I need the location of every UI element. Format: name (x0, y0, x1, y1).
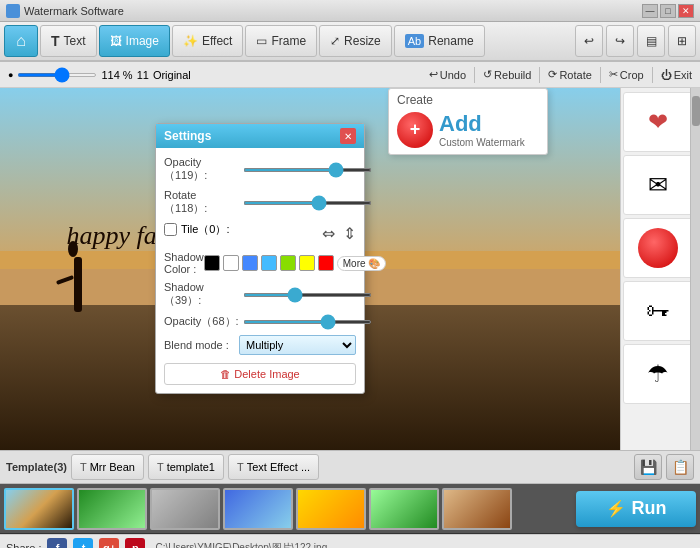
undo-icon: ↩ (429, 68, 438, 81)
filepath-label: C:\Users\YMIGE\Desktop\图片\122.jpg (155, 541, 327, 549)
run-label: Run (632, 498, 667, 519)
home-icon: ⌂ (16, 32, 26, 50)
rotate-label: Rotate（118）: (164, 189, 239, 216)
opacity-label: Opacity（119）: (164, 156, 239, 183)
panel-scrollbar[interactable] (690, 88, 700, 450)
canvas-area[interactable]: happy father's day ❤ Create (0, 88, 620, 450)
tile-label: Tile（0）: (181, 222, 230, 237)
exit-button[interactable]: ⏻ Exit (661, 67, 692, 83)
redo-arrow-button[interactable]: ↪ (606, 25, 634, 57)
image-button[interactable]: 🖼 Image (99, 25, 170, 57)
save-button[interactable]: 💾 (634, 454, 662, 480)
exit-icon: ⏻ (661, 69, 672, 81)
thumbnail-3[interactable] (150, 488, 220, 530)
shadow-color-row: Shadow Color : More 🎨 (164, 251, 356, 275)
toolbar: ⌂ T Text 🖼 Image ✨ Effect ▭ Frame ⤢ Resi… (0, 22, 700, 62)
settings-close-button[interactable]: ✕ (340, 128, 356, 144)
effect-icon: ✨ (183, 34, 198, 48)
googleplus-button[interactable]: g+ (99, 538, 119, 549)
window-controls: — □ ✕ (642, 4, 694, 18)
thumbnail-2[interactable] (77, 488, 147, 530)
resize-icon: ⤢ (330, 34, 340, 48)
export-button[interactable]: 📋 (666, 454, 694, 480)
minimize-button[interactable]: — (642, 4, 658, 18)
undo-button[interactable]: ↩ Undo (429, 67, 466, 83)
rename-button[interactable]: Ab Rename (394, 25, 485, 57)
text-button[interactable]: T Text (40, 25, 97, 57)
template-mrrbean-label: Mrr Bean (90, 461, 135, 473)
thumbnail-7[interactable] (442, 488, 512, 530)
thumbnail-1[interactable] (4, 488, 74, 530)
rotate-button[interactable]: ⟳ Rotate (548, 67, 591, 83)
frame-button[interactable]: ▭ Frame (245, 25, 317, 57)
effect-button[interactable]: ✨ Effect (172, 25, 243, 57)
envelope-icon: ✉ (648, 171, 668, 199)
extra-button1[interactable]: ▤ (637, 25, 665, 57)
settings-body: Opacity（119）: Rotate（118）: Tile（0）: ⇔ ⇕ (156, 148, 364, 393)
close-button[interactable]: ✕ (678, 4, 694, 18)
thumbnail-5[interactable] (296, 488, 366, 530)
tile-row: Tile（0）: ⇔ ⇕ (164, 222, 356, 245)
crop-button[interactable]: ✂ Crop (609, 67, 644, 83)
template-tab-template1[interactable]: T template1 (148, 454, 224, 480)
separator4 (652, 67, 653, 83)
more-colors-button[interactable]: More 🎨 (337, 256, 386, 271)
more-label: More (343, 258, 366, 269)
zoom-slider[interactable] (17, 73, 97, 77)
swatch-white[interactable] (223, 255, 239, 271)
rebuild-icon: ↺ (483, 68, 492, 81)
rotate-slider[interactable] (243, 201, 372, 205)
pinterest-button[interactable]: p (125, 538, 145, 549)
umbrella-icon: ☂ (647, 360, 669, 388)
thumbnail-6[interactable] (369, 488, 439, 530)
swatch-black[interactable] (204, 255, 220, 271)
opacity-slider[interactable] (243, 168, 372, 172)
swatch-green[interactable] (280, 255, 296, 271)
undo-arrow-button[interactable]: ↩ (575, 25, 603, 57)
extra-button2[interactable]: ⊞ (668, 25, 696, 57)
move-up-down-icon[interactable]: ⇕ (343, 224, 356, 243)
rebuild-button[interactable]: ↺ Rebuild (483, 67, 531, 83)
blend-select[interactable]: Multiply Normal Screen (239, 335, 356, 355)
blend-row: Blend mode : Multiply Normal Screen (164, 335, 356, 355)
create-title: Create (397, 93, 539, 107)
maximize-button[interactable]: □ (660, 4, 676, 18)
settings-dialog: Settings ✕ Opacity（119）: Rotate（118）: Ti… (155, 123, 365, 394)
template-tab-mrrbean[interactable]: T Mrr Bean (71, 454, 144, 480)
template-texteffect-label: Text Effect ... (247, 461, 310, 473)
swatch-cyan[interactable] (261, 255, 277, 271)
swatch-blue[interactable] (242, 255, 258, 271)
swatch-yellow[interactable] (299, 255, 315, 271)
run-button[interactable]: ⚡ Run (576, 491, 696, 527)
app-title: Watermark Software (24, 5, 124, 17)
opacity2-slider[interactable] (243, 320, 372, 324)
thumbnail-4[interactable] (223, 488, 293, 530)
tile-check: Tile（0）: (164, 222, 230, 237)
template-tab-texteffect[interactable]: T Text Effect ... (228, 454, 319, 480)
move-left-right-icon[interactable]: ⇔ (322, 224, 335, 243)
tile-checkbox[interactable] (164, 223, 177, 236)
rebuild-label: Rebuild (494, 69, 531, 81)
key-icon: 🗝 (646, 297, 670, 325)
panel-item-envelope[interactable]: ✉ (623, 155, 693, 215)
rename-label: Rename (428, 34, 473, 48)
panel-item-key[interactable]: 🗝 (623, 281, 693, 341)
panel-item-button[interactable] (623, 218, 693, 278)
home-button[interactable]: ⌂ (4, 25, 38, 57)
create-box: Create + Add Custom Watermark (388, 88, 548, 155)
swatch-red[interactable] (318, 255, 334, 271)
facebook-button[interactable]: f (47, 538, 67, 549)
actionbar: ● 114 % 11 Original ↩ Undo ↺ Rebuild ⟳ R… (0, 62, 700, 88)
right-panel: ❤ ✉ 🗝 ☂ (620, 88, 700, 450)
twitter-button[interactable]: t (73, 538, 93, 549)
template-text-icon-1: T (80, 461, 87, 473)
panel-item-umbrella[interactable]: ☂ (623, 344, 693, 404)
shadow-slider[interactable] (243, 293, 372, 297)
delete-image-button[interactable]: 🗑 Delete Image (164, 363, 356, 385)
separator3 (600, 67, 601, 83)
settings-header: Settings ✕ (156, 124, 364, 148)
opacity2-row: Opacity（68）: (164, 314, 356, 329)
add-icon-button[interactable]: + (397, 112, 433, 148)
resize-button[interactable]: ⤢ Resize (319, 25, 392, 57)
panel-item-heart[interactable]: ❤ (623, 92, 693, 152)
